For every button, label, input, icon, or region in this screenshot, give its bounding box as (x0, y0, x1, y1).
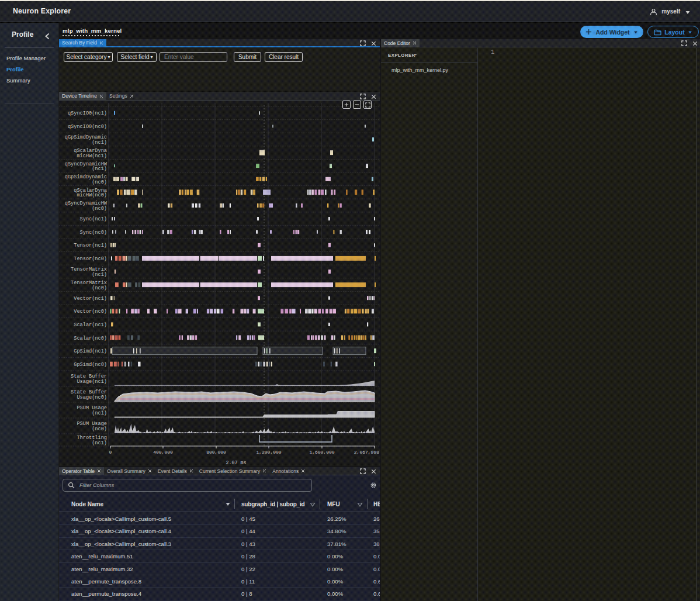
svg-text:(nc1): (nc1) (92, 440, 107, 446)
svg-text:(nc0): (nc0) (92, 285, 107, 291)
svg-text:(nc1): (nc1) (92, 272, 107, 278)
svg-text:Scalar(nc0): Scalar(nc0) (74, 336, 107, 341)
svg-text:(nc0): (nc0) (92, 179, 107, 185)
svg-text:Usage(nc0): Usage(nc0) (77, 395, 107, 400)
svg-text:2.07 ms: 2.07 ms (226, 460, 247, 465)
svg-text:(nc1): (nc1) (92, 410, 107, 416)
svg-text:Usage(nc1): Usage(nc1) (77, 379, 107, 385)
svg-text:0: 0 (109, 450, 112, 455)
svg-text:qSyncIO0(nc1): qSyncIO0(nc1) (68, 110, 107, 116)
svg-text:micHW(nc0): micHW(nc0) (77, 192, 107, 198)
svg-text:Sync(nc1): Sync(nc1) (80, 216, 107, 222)
svg-text:qSyncIO0(nc0): qSyncIO0(nc0) (68, 124, 107, 130)
svg-text:(nc1): (nc1) (92, 166, 107, 172)
svg-text:400,000: 400,000 (153, 450, 173, 455)
svg-text:Scalar(nc1): Scalar(nc1) (74, 322, 107, 328)
svg-text:Tensor(nc0): Tensor(nc0) (74, 256, 107, 262)
svg-text:GpSimd(nc0): GpSimd(nc0) (74, 362, 107, 368)
svg-text:(nc1): (nc1) (92, 140, 107, 146)
svg-text:Tensor(nc1): Tensor(nc1) (74, 243, 107, 248)
svg-text:800,000: 800,000 (206, 450, 226, 455)
svg-text:2,067,998: 2,067,998 (354, 450, 379, 455)
svg-text:micHW(nc1): micHW(nc1) (77, 153, 107, 159)
svg-text:Vector(nc1): Vector(nc1) (74, 296, 107, 302)
svg-text:1,200,000: 1,200,000 (256, 450, 281, 455)
svg-text:1,600,000: 1,600,000 (309, 450, 334, 455)
svg-text:GpSimd(nc1): GpSimd(nc1) (74, 348, 107, 354)
svg-text:(nc0): (nc0) (92, 426, 107, 432)
svg-text:(nc0): (nc0) (92, 206, 107, 212)
svg-text:Sync(nc0): Sync(nc0) (80, 230, 107, 236)
svg-text:Vector(nc0): Vector(nc0) (74, 309, 107, 315)
